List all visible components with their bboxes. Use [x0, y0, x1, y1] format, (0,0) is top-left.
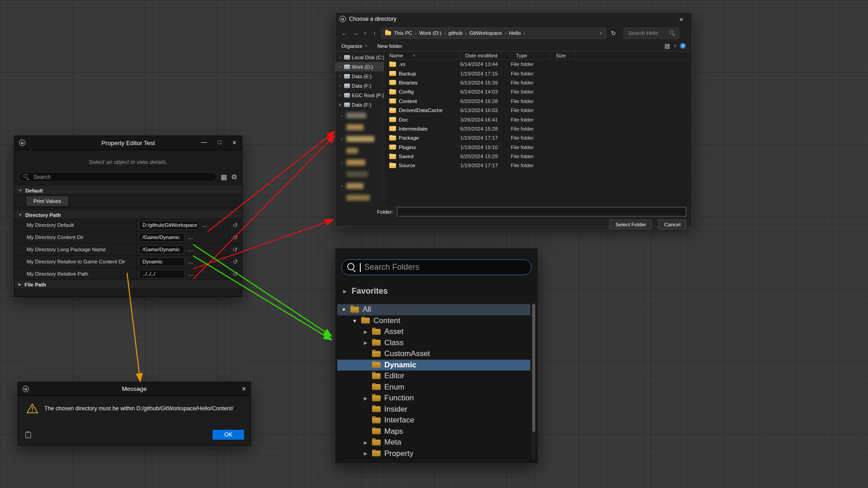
- dialog-titlebar[interactable]: u Choose a directory ×: [335, 13, 692, 25]
- tree-item-content[interactable]: ▼Content: [337, 315, 530, 327]
- close-button[interactable]: ×: [675, 15, 688, 23]
- column-header-size[interactable]: Size: [551, 52, 576, 59]
- reset-to-default-icon[interactable]: ↺: [228, 246, 242, 253]
- dialog-titlebar[interactable]: u Message ×: [18, 382, 250, 396]
- tree-item-customasset[interactable]: CustomAsset: [337, 348, 530, 360]
- breadcrumb-segment-gitworkspace[interactable]: GitWorkspace: [468, 30, 503, 36]
- recent-locations-button[interactable]: ∨: [362, 28, 368, 38]
- browse-ellipsis-button[interactable]: …: [187, 270, 194, 278]
- file-row-intermediate[interactable]: Intermediate6/20/2024 15:28File folder: [384, 124, 692, 133]
- file-row-doc[interactable]: Doc3/26/2024 16:41File folder: [384, 115, 692, 124]
- reset-to-default-icon[interactable]: ↺: [228, 234, 242, 241]
- folder-input[interactable]: [397, 207, 686, 216]
- search-box[interactable]: [19, 172, 217, 182]
- file-row-package[interactable]: Package1/19/2024 17:17File folder: [384, 133, 692, 142]
- nav-item-data-f[interactable]: ›Data (F:): [335, 81, 384, 90]
- file-row-backup[interactable]: Backup1/19/2024 17:15File folder: [384, 69, 692, 78]
- property-value-box[interactable]: D:/github/GitWorkspace: [139, 221, 199, 230]
- property-value-box[interactable]: ../../../: [139, 270, 184, 278]
- tree-item-enum[interactable]: Enum: [337, 382, 530, 393]
- tree-item-property[interactable]: ▶Property: [337, 448, 530, 460]
- section-header-file-path[interactable]: ▶ File Path: [14, 280, 242, 289]
- triangle-down-icon[interactable]: ▼: [341, 307, 347, 312]
- column-header-date-modified[interactable]: Date modified: [460, 52, 511, 59]
- tree-item-dynamic[interactable]: Dynamic: [337, 360, 530, 371]
- browse-ellipsis-button[interactable]: …: [187, 245, 194, 254]
- cancel-button[interactable]: Cancel: [658, 220, 686, 229]
- favorites-section[interactable]: ▶ Favorites: [343, 286, 538, 296]
- triangle-right-icon[interactable]: ▶: [363, 396, 368, 401]
- browse-ellipsis-button[interactable]: …: [187, 258, 194, 266]
- tree-item-meta[interactable]: ▶Meta: [337, 437, 530, 448]
- breadcrumb-segment-work-d[interactable]: Work (D:): [418, 30, 443, 36]
- triangle-right-icon[interactable]: ▶: [363, 451, 368, 456]
- chevron-down-icon[interactable]: ∨: [674, 44, 676, 48]
- window-titlebar[interactable]: u Property Editor Test — □ ×: [14, 136, 242, 150]
- triangle-right-icon[interactable]: ▶: [363, 329, 368, 334]
- triangle-right-icon[interactable]: ▶: [363, 440, 368, 445]
- nav-item-egc-root-p[interactable]: ›EGC Root (P:): [335, 90, 384, 100]
- tree-item-all[interactable]: ▼All: [337, 304, 530, 315]
- chevron-down-icon[interactable]: ∨: [338, 102, 342, 107]
- close-button[interactable]: ×: [242, 385, 246, 393]
- display-settings-icon[interactable]: ▦: [221, 174, 227, 180]
- new-folder-button[interactable]: New folder: [377, 43, 402, 49]
- print-values-button[interactable]: Print Values: [27, 197, 68, 206]
- file-row-vs[interactable]: .vs6/14/2024 13:44File folder: [384, 60, 692, 69]
- tree-item-function[interactable]: ▶Function: [337, 393, 530, 404]
- file-row-saved[interactable]: Saved6/20/2024 15:29File folder: [384, 152, 692, 161]
- refresh-button[interactable]: ↻: [608, 30, 619, 37]
- help-icon[interactable]: ?: [680, 43, 686, 49]
- forward-button[interactable]: →: [351, 28, 360, 38]
- close-button[interactable]: ×: [232, 139, 236, 146]
- organize-button[interactable]: Organize ∨: [341, 43, 368, 49]
- copy-to-clipboard-icon[interactable]: [25, 431, 31, 438]
- select-folder-button[interactable]: Select Folder: [609, 220, 652, 229]
- reset-to-default-icon[interactable]: ↺: [228, 271, 242, 277]
- chevron-right-icon[interactable]: ›: [338, 55, 342, 60]
- nav-item-work-d[interactable]: ›Work (D:): [335, 62, 384, 71]
- folder-search-box[interactable]: Search Folders: [341, 259, 532, 275]
- search-input[interactable]: [33, 174, 212, 181]
- property-value-box[interactable]: /Game/Dynamic: [139, 245, 184, 254]
- nav-item-data-e[interactable]: ›Data (E:): [335, 71, 384, 81]
- breadcrumb-segment-this-pc[interactable]: This PC: [392, 30, 414, 36]
- column-header-type[interactable]: Type: [511, 52, 551, 59]
- ok-button[interactable]: OK: [212, 430, 244, 440]
- section-header-default[interactable]: ▼ Default: [14, 186, 242, 195]
- chevron-right-icon[interactable]: ›: [338, 83, 342, 88]
- column-header-name[interactable]: Name ∧: [384, 52, 460, 59]
- minimize-button[interactable]: —: [201, 139, 207, 146]
- maximize-button[interactable]: □: [218, 139, 222, 146]
- tree-item-editor[interactable]: Editor: [337, 371, 530, 382]
- chevron-right-icon[interactable]: ›: [338, 74, 342, 79]
- file-row-source[interactable]: Source1/19/2024 17:17File folder: [384, 161, 692, 170]
- breadcrumb-segment-hello[interactable]: Hello: [508, 30, 522, 36]
- search-box[interactable]: [623, 28, 679, 39]
- up-button[interactable]: ↑: [370, 28, 379, 38]
- scrollbar-track[interactable]: [532, 302, 535, 460]
- view-list-icon[interactable]: ▤: [665, 42, 670, 49]
- nav-item-local-disk-c[interactable]: ›Local Disk (C:): [335, 52, 384, 62]
- nav-item-data-f[interactable]: ∨Data (F:): [335, 100, 384, 109]
- scrollbar-thumb[interactable]: [532, 304, 535, 432]
- breadcrumb-segment-github[interactable]: github: [447, 30, 464, 36]
- chevron-right-icon[interactable]: ›: [338, 93, 342, 98]
- tree-item-interface[interactable]: Interface: [337, 415, 530, 426]
- file-row-content[interactable]: Content6/20/2024 15:28File folder: [384, 97, 692, 106]
- chevron-right-icon[interactable]: ›: [338, 64, 342, 69]
- browse-ellipsis-button[interactable]: …: [187, 233, 194, 242]
- section-header-directory-path[interactable]: ▼ Directory Path: [14, 211, 242, 219]
- reset-to-default-icon[interactable]: ↺: [228, 222, 242, 229]
- tree-item-maps[interactable]: Maps: [337, 426, 530, 437]
- browse-ellipsis-button[interactable]: …: [201, 221, 208, 230]
- triangle-right-icon[interactable]: ▶: [363, 340, 368, 345]
- reset-to-default-icon[interactable]: ↺: [228, 258, 242, 265]
- tree-item-class[interactable]: ▶Class: [337, 338, 530, 349]
- back-button[interactable]: ←: [340, 28, 349, 38]
- property-value-box[interactable]: /Game/Dynamic: [139, 233, 184, 242]
- file-row-plugins[interactable]: Plugins1/19/2024 19:10File folder: [384, 143, 692, 152]
- tree-item-insider[interactable]: Insider: [337, 404, 530, 415]
- search-input[interactable]: [627, 30, 668, 36]
- property-value-box[interactable]: Dynamic: [139, 258, 184, 266]
